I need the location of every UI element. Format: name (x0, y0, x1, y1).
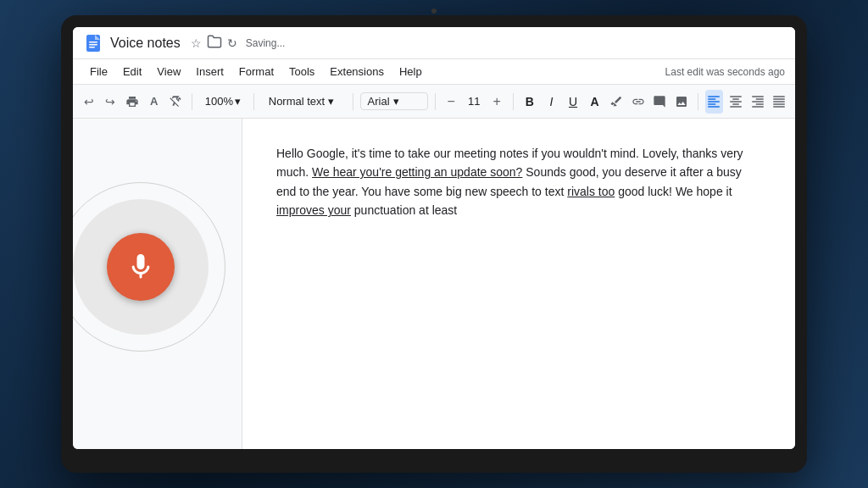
bold-button[interactable]: B (520, 90, 539, 114)
mic-outer-ring (73, 182, 225, 352)
laptop-screen: Voice notes ☆ ↻ Saving... File Edit View… (73, 27, 795, 449)
toolbar-divider-3 (353, 93, 353, 110)
redo-button[interactable]: ↪ (102, 90, 120, 114)
zoom-value: 100% (205, 95, 233, 108)
comment-button[interactable] (651, 90, 670, 114)
font-size-value[interactable]: 11 (464, 95, 484, 108)
document-title[interactable]: Voice notes (110, 36, 181, 51)
undo-button[interactable]: ↩ (80, 90, 98, 114)
font-size-decrease-button[interactable]: − (442, 92, 460, 111)
document-area[interactable]: Hello Google, it's time to take our meet… (242, 119, 795, 449)
underline-button[interactable]: U (564, 90, 582, 114)
link-button[interactable] (629, 90, 648, 114)
align-justify-button[interactable] (770, 90, 788, 114)
zoom-selector[interactable]: 100% ▾ (199, 92, 247, 110)
mic-inner-circle (73, 199, 209, 335)
laptop-frame: Voice notes ☆ ↻ Saving... File Edit View… (61, 15, 807, 473)
folder-icon[interactable] (207, 34, 222, 52)
svg-rect-3 (89, 47, 95, 48)
menu-help[interactable]: Help (392, 62, 429, 81)
font-selector[interactable]: Arial ▾ (360, 92, 428, 110)
font-value: Arial (368, 95, 390, 108)
menu-edit[interactable]: Edit (116, 62, 148, 81)
toolbar-divider-1 (192, 93, 192, 110)
style-chevron-icon: ▾ (328, 95, 334, 108)
toolbar: ↩ ↪ A 100% ▾ Normal text ▾ Arial (73, 85, 795, 119)
menu-bar: File Edit View Insert Format Tools Exten… (73, 59, 795, 85)
svg-rect-1 (89, 42, 97, 43)
align-left-button[interactable] (705, 90, 724, 114)
mic-button[interactable] (107, 233, 175, 301)
highlight-button[interactable] (607, 90, 626, 114)
paragraph-style-selector[interactable]: Normal text ▾ (261, 92, 346, 110)
content-area: Hello Google, it's time to take our meet… (73, 119, 795, 449)
docs-logo-icon (83, 33, 103, 53)
sidebar-area (73, 119, 242, 449)
menu-file[interactable]: File (83, 62, 114, 81)
svg-rect-2 (89, 44, 97, 46)
font-size-increase-button[interactable]: + (487, 92, 506, 111)
underline-span-1: We hear you're getting an update soon? (312, 165, 522, 179)
paragraph-style-value: Normal text (269, 95, 325, 108)
microphone-icon (125, 252, 156, 282)
image-button[interactable] (672, 90, 691, 114)
camera-dot (431, 8, 437, 14)
star-icon[interactable]: ☆ (191, 36, 202, 50)
last-edit-status: Last edit was seconds ago (665, 66, 785, 78)
menu-insert[interactable]: Insert (189, 62, 231, 81)
toolbar-divider-2 (253, 93, 254, 110)
italic-button[interactable]: I (542, 90, 561, 114)
document-content: Hello Google, it's time to take our meet… (276, 144, 751, 220)
toolbar-divider-4 (435, 93, 436, 110)
menu-extensions[interactable]: Extensions (323, 62, 391, 81)
align-center-button[interactable] (726, 90, 745, 114)
print-button[interactable] (123, 90, 142, 114)
underline-span-2: rivals too (567, 185, 615, 198)
toolbar-divider-6 (698, 93, 698, 110)
title-icons: ☆ ↻ Saving... (191, 34, 286, 52)
text-color-button[interactable]: A (586, 90, 604, 114)
paint-format-button[interactable]: A (145, 90, 164, 114)
toolbar-divider-5 (513, 93, 514, 110)
font-chevron-icon: ▾ (393, 95, 399, 108)
align-right-button[interactable] (748, 90, 767, 114)
zoom-chevron-icon: ▾ (235, 95, 241, 108)
mic-overlay (73, 182, 225, 352)
underline-span-3: improves your (276, 203, 351, 217)
menu-view[interactable]: View (150, 62, 187, 81)
title-bar: Voice notes ☆ ↻ Saving... (73, 27, 795, 59)
saving-status: Saving... (246, 37, 286, 49)
clear-format-button[interactable] (166, 90, 185, 114)
font-size-controls: − 11 + (442, 92, 506, 111)
menu-tools[interactable]: Tools (282, 62, 321, 81)
menu-format[interactable]: Format (232, 62, 281, 81)
svg-rect-0 (86, 35, 100, 52)
refresh-icon: ↻ (227, 36, 237, 50)
